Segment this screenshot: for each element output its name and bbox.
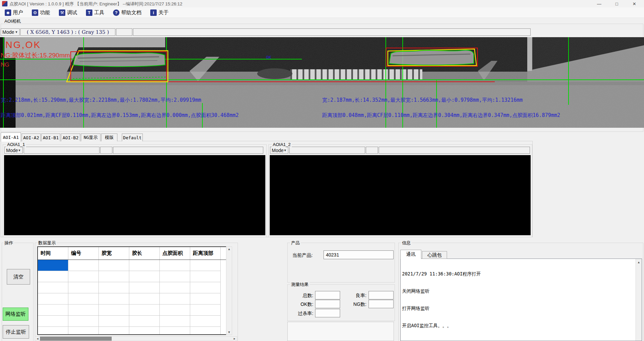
table-cell[interactable] — [38, 271, 68, 282]
scroll-down-icon[interactable]: ▼ — [228, 330, 231, 335]
table-cell[interactable] — [99, 282, 129, 293]
network-listen-button[interactable]: 网络监听 — [3, 308, 28, 321]
table-cell[interactable] — [190, 327, 221, 335]
total-count-field[interactable] — [315, 291, 340, 299]
titlebar[interactable]: 点胶AOI [ Version : 1.0.0.9 ] 程序 【当前用户: En… — [0, 0, 644, 8]
tab-aoi-a2[interactable]: AOI-A2 — [22, 133, 41, 141]
table-cell[interactable] — [38, 316, 68, 327]
aoia1-2-field-3[interactable] — [379, 147, 530, 154]
menu-item-about[interactable]: i 关于 — [148, 9, 171, 17]
tab-default[interactable]: Default — [122, 133, 143, 141]
table-cell[interactable] — [99, 327, 129, 335]
table-cell[interactable] — [129, 260, 160, 271]
menu-item-help[interactable]: ? 帮助文档 — [111, 9, 143, 17]
menu-item-function[interactable]: ⚙ 功能 — [30, 9, 52, 17]
table-cell[interactable] — [129, 271, 160, 282]
table-cell[interactable] — [99, 316, 129, 327]
aoia1-1-mode-select[interactable]: Mode ▼ — [4, 147, 23, 154]
aoia1-2-image[interactable] — [270, 155, 531, 235]
table-cell[interactable] — [129, 293, 160, 305]
tab-comm[interactable]: 通讯 — [400, 250, 421, 259]
table-cell[interactable] — [160, 293, 190, 305]
table-cell[interactable] — [99, 305, 129, 316]
ok-count-field[interactable] — [315, 300, 340, 308]
table-cell[interactable] — [99, 293, 129, 305]
tab-aoi-b2[interactable]: AOI-B2 — [61, 133, 80, 141]
aoia1-2-mode-select[interactable]: Mode ▼ — [270, 147, 288, 154]
table-cell[interactable] — [160, 260, 190, 271]
table-cell[interactable] — [160, 305, 190, 316]
table-cell[interactable] — [190, 260, 221, 271]
aoia1-1-image[interactable] — [4, 155, 265, 235]
camera-image[interactable]: NG,OK NG:胶体过长:15.290mm, NG OK 宽:2.218mm,… — [0, 37, 644, 128]
current-product-field[interactable]: 40231 — [324, 250, 394, 259]
table-cell[interactable] — [68, 282, 99, 293]
scroll-up-icon[interactable]: ▲ — [228, 247, 231, 251]
menu-item-debug[interactable]: ⚒ 调试 — [57, 9, 79, 17]
aoia1-1-field-2[interactable] — [100, 147, 112, 154]
aoia1-2-field-2[interactable] — [366, 147, 378, 154]
column-header-time[interactable]: 时间 — [38, 247, 68, 260]
table-cell[interactable] — [68, 316, 99, 327]
tab-aoi-a1[interactable]: AOI-A1 — [1, 132, 21, 142]
tab-template[interactable]: 模版 — [101, 133, 117, 141]
column-header-id[interactable]: 编号 — [68, 247, 99, 260]
table-cell[interactable] — [129, 327, 160, 335]
minimize-button[interactable]: — — [592, 0, 607, 7]
table-cell[interactable] — [68, 327, 99, 335]
aoia1-1-field-3[interactable] — [113, 147, 263, 154]
tab-heartbeat[interactable]: 心跳包 — [422, 251, 447, 259]
column-header-dist-top[interactable]: 距离顶部 — [190, 247, 221, 260]
camera-mode-select[interactable]: Mode ▼ — [1, 28, 20, 36]
table-cell[interactable] — [190, 305, 221, 316]
menu-item-user[interactable]: ☻ 用户 — [3, 9, 25, 17]
tab-aoi-b1[interactable]: AOI-B1 — [41, 133, 60, 141]
table-cell[interactable] — [68, 271, 99, 282]
overkill-rate-field[interactable] — [315, 309, 340, 317]
table-cell[interactable] — [190, 293, 221, 305]
table-cell[interactable] — [190, 282, 221, 293]
table-horizontal-scrollbar[interactable]: ◄ ► — [35, 336, 237, 341]
table-cell[interactable] — [129, 305, 160, 316]
aoia1-1-field-1[interactable] — [24, 147, 99, 154]
table-cell[interactable] — [68, 260, 99, 271]
camera-coords-field[interactable]: ( X 6568, Y 1463 ) : ( Gray 135 ) — [20, 28, 115, 36]
camera-field-long[interactable] — [133, 28, 531, 36]
scrollbar-thumb[interactable] — [40, 337, 112, 341]
log-vertical-scrollbar[interactable]: ▲ — [636, 259, 642, 341]
column-header-glue-width[interactable]: 胶宽 — [99, 247, 129, 260]
table-cell[interactable] — [129, 282, 160, 293]
maximize-button[interactable]: □ — [609, 0, 624, 7]
scroll-right-icon[interactable]: ► — [232, 337, 237, 341]
table-cell[interactable] — [38, 282, 68, 293]
column-header-glue-area[interactable]: 点胶面积 — [160, 247, 190, 260]
ng-count-field[interactable] — [369, 300, 394, 308]
clear-button[interactable]: 清空 — [7, 269, 30, 285]
table-cell[interactable] — [38, 305, 68, 316]
table-vertical-scrollbar[interactable]: ▲ ▼ — [226, 246, 232, 335]
table-cell[interactable] — [99, 260, 129, 271]
column-header-glue-length[interactable]: 胶长 — [129, 247, 160, 260]
close-button[interactable]: ✕ — [627, 0, 642, 7]
menu-item-tools[interactable]: T 工具 — [84, 9, 106, 17]
table-cell[interactable] — [68, 305, 99, 316]
table-cell[interactable] — [68, 293, 99, 305]
table-cell[interactable] — [160, 316, 190, 327]
camera-field-small[interactable] — [116, 28, 132, 36]
scroll-up-icon[interactable]: ▲ — [637, 260, 640, 341]
table-cell[interactable] — [129, 316, 160, 327]
table-cell[interactable] — [38, 327, 68, 335]
table-cell[interactable] — [160, 282, 190, 293]
yield-rate-field[interactable] — [369, 291, 394, 299]
tab-ng-display[interactable]: NG显示 — [81, 133, 101, 141]
table-cell[interactable] — [38, 293, 68, 305]
aoia1-2-field-1[interactable] — [289, 147, 365, 154]
table-cell[interactable] — [190, 271, 221, 282]
stop-listen-button[interactable]: 停止监听 — [3, 325, 29, 339]
table-cell[interactable] — [160, 271, 190, 282]
table-cell[interactable] — [38, 260, 68, 271]
table-cell[interactable] — [190, 316, 221, 327]
table-cell[interactable] — [99, 271, 129, 282]
log-area[interactable]: 2021/7/29 11:36:30:AOI程序打开 关闭网络监听 打开网络监听… — [400, 259, 642, 341]
table-cell[interactable] — [160, 327, 190, 335]
